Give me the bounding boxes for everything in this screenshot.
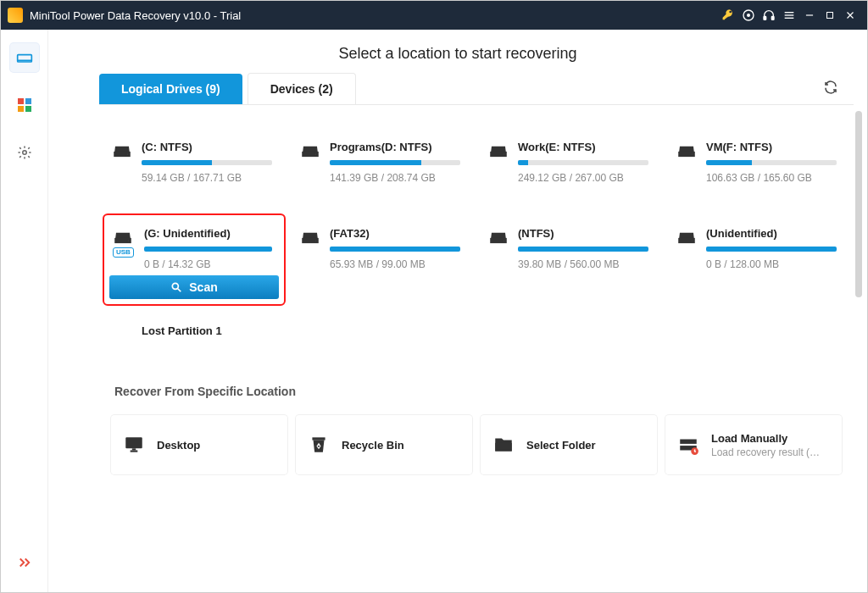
drive-card[interactable]: (Unidentified)0 B / 128.00 MB <box>669 215 849 304</box>
tab-devices[interactable]: Devices (2) <box>248 73 356 104</box>
specific-location-heading: Recover From Specific Location <box>111 385 842 398</box>
svg-point-19 <box>315 153 316 154</box>
sidebar-collapse-icon[interactable] <box>10 548 39 577</box>
svg-rect-34 <box>125 437 142 448</box>
titlebar: MiniTool Power Data Recovery v10.0 - Tri… <box>1 1 867 30</box>
svg-rect-12 <box>25 98 31 104</box>
svg-point-29 <box>315 240 316 241</box>
drive-name: Work(E: NTFS) <box>518 141 648 153</box>
svg-rect-3 <box>771 16 774 19</box>
svg-point-23 <box>692 153 693 154</box>
drive-usage: 0 B / 14.32 GB <box>144 258 272 270</box>
location-icon <box>308 434 330 456</box>
drive-card[interactable]: USB(G: Unidentified)0 B / 14.32 GBScan <box>104 215 284 304</box>
svg-point-17 <box>127 153 128 154</box>
usage-bar <box>330 247 460 252</box>
svg-point-1 <box>748 14 750 17</box>
drive-card[interactable]: VM(F: NTFS)106.63 GB / 165.60 GB <box>669 129 849 207</box>
location-card[interactable]: Select Folder <box>481 415 657 474</box>
location-icon <box>492 434 515 456</box>
drive-usage: 106.63 GB / 165.60 GB <box>706 172 837 184</box>
app-logo <box>8 8 23 23</box>
usage-bar <box>706 160 837 165</box>
svg-rect-8 <box>827 13 833 19</box>
usage-bar <box>518 160 648 165</box>
drive-name: (Unidentified) <box>706 227 837 240</box>
drive-card[interactable]: Work(E: NTFS)249.12 GB / 267.00 GB <box>481 129 660 207</box>
svg-point-31 <box>504 240 504 241</box>
maximize-icon[interactable] <box>820 5 840 25</box>
sidebar-item-settings[interactable] <box>10 138 39 167</box>
sidebar <box>1 30 48 593</box>
svg-point-21 <box>504 153 504 154</box>
refresh-icon[interactable] <box>818 75 843 103</box>
svg-rect-37 <box>312 437 325 440</box>
scrollbar[interactable] <box>855 111 862 441</box>
scan-button[interactable]: Scan <box>109 275 279 299</box>
svg-point-26 <box>173 283 179 289</box>
headphones-icon[interactable] <box>759 5 779 25</box>
svg-rect-11 <box>18 98 24 104</box>
drive-card[interactable]: Programs(D: NTFS)141.39 GB / 208.74 GB <box>292 129 472 207</box>
scrollbar-thumb[interactable] <box>855 111 862 297</box>
svg-rect-35 <box>131 451 138 452</box>
usage-bar <box>142 160 272 165</box>
drive-card[interactable]: (FAT32)65.93 MB / 99.00 MB <box>292 215 472 304</box>
location-title: Recycle Bin <box>342 439 404 452</box>
window-title: MiniTool Power Data Recovery v10.0 - Tri… <box>30 9 241 22</box>
svg-rect-39 <box>680 440 697 444</box>
sidebar-item-apps[interactable] <box>10 91 39 119</box>
page-title: Select a location to start recovering <box>48 30 867 73</box>
svg-rect-36 <box>132 448 136 450</box>
location-grid: DesktopRecycle BinSelect FolderLoad Manu… <box>111 415 842 474</box>
location-subtitle: Load recovery result (*... <box>711 446 821 458</box>
location-title: Load Manually <box>711 432 821 445</box>
location-card[interactable]: Load ManuallyLoad recovery result (*... <box>665 415 842 474</box>
svg-rect-2 <box>764 16 766 19</box>
svg-rect-14 <box>25 106 31 112</box>
usage-bar <box>144 247 272 252</box>
close-icon[interactable] <box>840 5 860 25</box>
tabs-row: Logical Drives (9) Devices (2) <box>99 73 854 105</box>
tab-logical-drives[interactable]: Logical Drives (9) <box>99 74 242 104</box>
minimize-icon[interactable] <box>799 5 820 25</box>
svg-rect-5 <box>785 14 794 15</box>
drive-card[interactable]: (NTFS)39.80 MB / 560.00 MB <box>481 215 660 304</box>
drive-usage: 39.80 MB / 560.00 MB <box>518 258 648 270</box>
location-title: Select Folder <box>526 439 596 452</box>
lost-partition-label: Lost Partition 1 <box>142 324 275 337</box>
svg-rect-4 <box>785 12 794 13</box>
scan-label: Scan <box>189 280 217 294</box>
svg-rect-7 <box>806 14 813 15</box>
svg-point-15 <box>22 151 26 155</box>
location-card[interactable]: Desktop <box>111 415 287 474</box>
sidebar-item-recovery[interactable] <box>10 43 39 72</box>
drive-card[interactable]: (C: NTFS)59.14 GB / 167.71 GB <box>104 129 284 207</box>
usage-bar <box>706 247 837 252</box>
svg-rect-13 <box>18 106 24 112</box>
svg-rect-6 <box>785 18 794 19</box>
drive-name: Programs(D: NTFS) <box>330 141 460 153</box>
location-title: Desktop <box>157 439 200 452</box>
key-icon[interactable] <box>718 5 738 25</box>
usb-badge: USB <box>113 247 134 258</box>
drive-name: (G: Unidentified) <box>144 227 272 240</box>
location-card[interactable]: Recycle Bin <box>296 415 472 474</box>
location-icon <box>123 434 145 456</box>
location-icon <box>677 434 699 456</box>
drives-panel: Logical Drives (9) Devices (2) (C: NTFS)… <box>99 73 854 357</box>
menu-icon[interactable] <box>779 5 799 25</box>
svg-point-25 <box>128 240 129 241</box>
usage-bar <box>330 160 460 165</box>
drive-usage: 141.39 GB / 208.74 GB <box>330 172 460 184</box>
svg-line-27 <box>178 289 181 292</box>
drive-name: VM(F: NTFS) <box>706 141 837 153</box>
drive-usage: 0 B / 128.00 MB <box>706 258 837 270</box>
drive-usage: 65.93 MB / 99.00 MB <box>330 258 460 270</box>
drive-name: (FAT32) <box>330 227 460 240</box>
svg-point-33 <box>692 240 693 241</box>
drive-name: (C: NTFS) <box>142 141 272 153</box>
lost-partition-card[interactable]: Lost Partition 1 <box>104 313 284 349</box>
drive-name: (NTFS) <box>518 227 648 240</box>
disc-icon[interactable] <box>738 5 759 25</box>
